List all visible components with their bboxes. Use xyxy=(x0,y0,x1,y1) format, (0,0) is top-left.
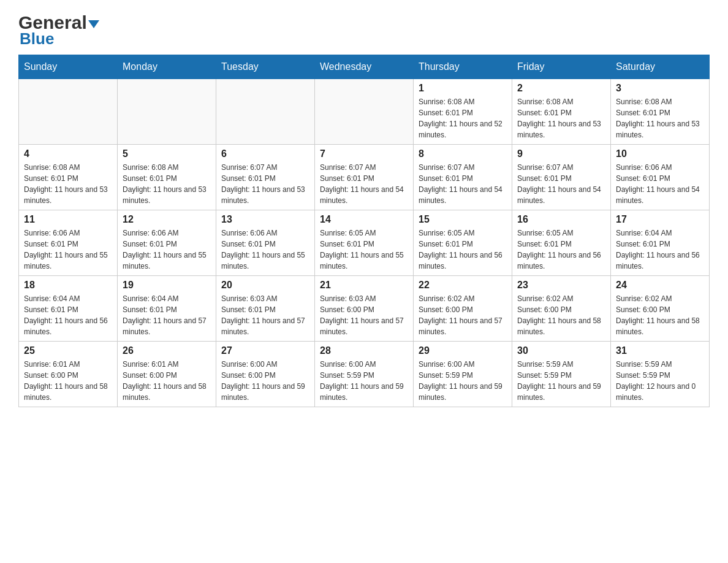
logo-blue: Blue xyxy=(20,29,54,48)
day-info: Sunrise: 6:05 AMSunset: 6:01 PMDaylight:… xyxy=(517,228,605,272)
calendar-cell: 14Sunrise: 6:05 AMSunset: 6:01 PMDayligh… xyxy=(315,210,414,276)
day-info: Sunrise: 6:08 AMSunset: 6:01 PMDaylight:… xyxy=(24,162,112,206)
day-info: Sunrise: 6:00 AMSunset: 6:00 PMDaylight:… xyxy=(221,359,309,403)
day-info: Sunrise: 6:02 AMSunset: 6:00 PMDaylight:… xyxy=(419,293,507,337)
day-number: 22 xyxy=(419,280,507,291)
day-number: 2 xyxy=(517,83,605,94)
calendar-cell: 30Sunrise: 5:59 AMSunset: 5:59 PMDayligh… xyxy=(512,342,611,407)
calendar-cell: 2Sunrise: 6:08 AMSunset: 6:01 PMDaylight… xyxy=(512,79,611,145)
day-number: 19 xyxy=(123,280,211,291)
calendar-cell: 28Sunrise: 6:00 AMSunset: 5:59 PMDayligh… xyxy=(315,342,414,407)
day-number: 4 xyxy=(24,148,112,159)
calendar-table: SundayMondayTuesdayWednesdayThursdayFrid… xyxy=(18,55,710,407)
day-number: 9 xyxy=(517,148,605,159)
day-number: 6 xyxy=(221,148,309,159)
day-info: Sunrise: 6:01 AMSunset: 6:00 PMDaylight:… xyxy=(24,359,112,403)
calendar-cell: 13Sunrise: 6:06 AMSunset: 6:01 PMDayligh… xyxy=(216,210,315,276)
calendar-cell xyxy=(315,79,414,145)
day-info: Sunrise: 6:07 AMSunset: 6:01 PMDaylight:… xyxy=(320,162,408,206)
calendar-cell: 10Sunrise: 6:06 AMSunset: 6:01 PMDayligh… xyxy=(611,145,710,210)
day-info: Sunrise: 5:59 AMSunset: 5:59 PMDaylight:… xyxy=(616,359,704,403)
calendar-cell: 17Sunrise: 6:04 AMSunset: 6:01 PMDayligh… xyxy=(611,210,710,276)
calendar-cell: 3Sunrise: 6:08 AMSunset: 6:01 PMDaylight… xyxy=(611,79,710,145)
day-number: 18 xyxy=(24,280,112,291)
weekday-header-wednesday: Wednesday xyxy=(315,55,414,79)
day-info: Sunrise: 6:05 AMSunset: 6:01 PMDaylight:… xyxy=(320,228,408,272)
calendar-cell: 24Sunrise: 6:02 AMSunset: 6:00 PMDayligh… xyxy=(611,276,710,342)
day-number: 15 xyxy=(419,214,507,225)
day-number: 11 xyxy=(24,214,112,225)
day-info: Sunrise: 6:04 AMSunset: 6:01 PMDaylight:… xyxy=(123,293,211,337)
day-number: 20 xyxy=(221,280,309,291)
calendar-cell: 5Sunrise: 6:08 AMSunset: 6:01 PMDaylight… xyxy=(118,145,216,210)
calendar-week-row: 25Sunrise: 6:01 AMSunset: 6:00 PMDayligh… xyxy=(19,342,710,407)
logo: General Blue xyxy=(18,12,99,48)
day-info: Sunrise: 5:59 AMSunset: 5:59 PMDaylight:… xyxy=(517,359,605,403)
page-header: General Blue xyxy=(18,12,710,48)
day-info: Sunrise: 6:02 AMSunset: 6:00 PMDaylight:… xyxy=(616,293,704,337)
calendar-cell: 4Sunrise: 6:08 AMSunset: 6:01 PMDaylight… xyxy=(19,145,118,210)
day-info: Sunrise: 6:08 AMSunset: 6:01 PMDaylight:… xyxy=(123,162,211,206)
day-info: Sunrise: 6:06 AMSunset: 6:01 PMDaylight:… xyxy=(616,162,704,206)
weekday-header-friday: Friday xyxy=(512,55,611,79)
calendar-cell: 29Sunrise: 6:00 AMSunset: 5:59 PMDayligh… xyxy=(414,342,512,407)
day-number: 25 xyxy=(24,345,112,356)
day-number: 5 xyxy=(123,148,211,159)
day-number: 26 xyxy=(123,345,211,356)
day-info: Sunrise: 6:02 AMSunset: 6:00 PMDaylight:… xyxy=(517,293,605,337)
day-info: Sunrise: 6:06 AMSunset: 6:01 PMDaylight:… xyxy=(221,228,309,272)
calendar-cell: 21Sunrise: 6:03 AMSunset: 6:00 PMDayligh… xyxy=(315,276,414,342)
weekday-header-tuesday: Tuesday xyxy=(216,55,315,79)
day-info: Sunrise: 6:08 AMSunset: 6:01 PMDaylight:… xyxy=(419,96,507,140)
weekday-header-sunday: Sunday xyxy=(19,55,118,79)
day-info: Sunrise: 6:08 AMSunset: 6:01 PMDaylight:… xyxy=(517,96,605,140)
day-info: Sunrise: 6:00 AMSunset: 5:59 PMDaylight:… xyxy=(320,359,408,403)
calendar-cell xyxy=(19,79,118,145)
calendar-cell: 22Sunrise: 6:02 AMSunset: 6:00 PMDayligh… xyxy=(414,276,512,342)
calendar-cell: 23Sunrise: 6:02 AMSunset: 6:00 PMDayligh… xyxy=(512,276,611,342)
calendar-cell: 1Sunrise: 6:08 AMSunset: 6:01 PMDaylight… xyxy=(414,79,512,145)
day-number: 29 xyxy=(419,345,507,356)
calendar-cell: 26Sunrise: 6:01 AMSunset: 6:00 PMDayligh… xyxy=(118,342,216,407)
calendar-week-row: 4Sunrise: 6:08 AMSunset: 6:01 PMDaylight… xyxy=(19,145,710,210)
day-info: Sunrise: 6:07 AMSunset: 6:01 PMDaylight:… xyxy=(221,162,309,206)
calendar-cell: 9Sunrise: 6:07 AMSunset: 6:01 PMDaylight… xyxy=(512,145,611,210)
day-number: 27 xyxy=(221,345,309,356)
weekday-header-monday: Monday xyxy=(118,55,216,79)
day-info: Sunrise: 6:07 AMSunset: 6:01 PMDaylight:… xyxy=(517,162,605,206)
day-number: 7 xyxy=(320,148,408,159)
day-info: Sunrise: 6:06 AMSunset: 6:01 PMDaylight:… xyxy=(24,228,112,272)
day-info: Sunrise: 6:07 AMSunset: 6:01 PMDaylight:… xyxy=(419,162,507,206)
day-info: Sunrise: 6:04 AMSunset: 6:01 PMDaylight:… xyxy=(616,228,704,272)
day-info: Sunrise: 6:01 AMSunset: 6:00 PMDaylight:… xyxy=(123,359,211,403)
day-number: 17 xyxy=(616,214,704,225)
day-number: 8 xyxy=(419,148,507,159)
logo-triangle-icon xyxy=(88,20,99,28)
calendar-cell: 15Sunrise: 6:05 AMSunset: 6:01 PMDayligh… xyxy=(414,210,512,276)
day-number: 28 xyxy=(320,345,408,356)
day-number: 14 xyxy=(320,214,408,225)
day-info: Sunrise: 6:03 AMSunset: 6:01 PMDaylight:… xyxy=(221,293,309,337)
day-number: 30 xyxy=(517,345,605,356)
weekday-header-thursday: Thursday xyxy=(414,55,512,79)
calendar-cell xyxy=(216,79,315,145)
day-info: Sunrise: 6:08 AMSunset: 6:01 PMDaylight:… xyxy=(616,96,704,140)
calendar-cell: 11Sunrise: 6:06 AMSunset: 6:01 PMDayligh… xyxy=(19,210,118,276)
calendar-week-row: 18Sunrise: 6:04 AMSunset: 6:01 PMDayligh… xyxy=(19,276,710,342)
day-number: 12 xyxy=(123,214,211,225)
calendar-week-row: 11Sunrise: 6:06 AMSunset: 6:01 PMDayligh… xyxy=(19,210,710,276)
calendar-cell: 20Sunrise: 6:03 AMSunset: 6:01 PMDayligh… xyxy=(216,276,315,342)
calendar-cell: 27Sunrise: 6:00 AMSunset: 6:00 PMDayligh… xyxy=(216,342,315,407)
weekday-header-row: SundayMondayTuesdayWednesdayThursdayFrid… xyxy=(19,55,710,79)
calendar-cell: 25Sunrise: 6:01 AMSunset: 6:00 PMDayligh… xyxy=(19,342,118,407)
day-number: 24 xyxy=(616,280,704,291)
calendar-body: 1Sunrise: 6:08 AMSunset: 6:01 PMDaylight… xyxy=(19,79,710,407)
calendar-cell: 12Sunrise: 6:06 AMSunset: 6:01 PMDayligh… xyxy=(118,210,216,276)
day-info: Sunrise: 6:04 AMSunset: 6:01 PMDaylight:… xyxy=(24,293,112,337)
calendar-week-row: 1Sunrise: 6:08 AMSunset: 6:01 PMDaylight… xyxy=(19,79,710,145)
day-info: Sunrise: 6:00 AMSunset: 5:59 PMDaylight:… xyxy=(419,359,507,403)
day-number: 13 xyxy=(221,214,309,225)
day-number: 23 xyxy=(517,280,605,291)
day-number: 21 xyxy=(320,280,408,291)
calendar-cell: 8Sunrise: 6:07 AMSunset: 6:01 PMDaylight… xyxy=(414,145,512,210)
